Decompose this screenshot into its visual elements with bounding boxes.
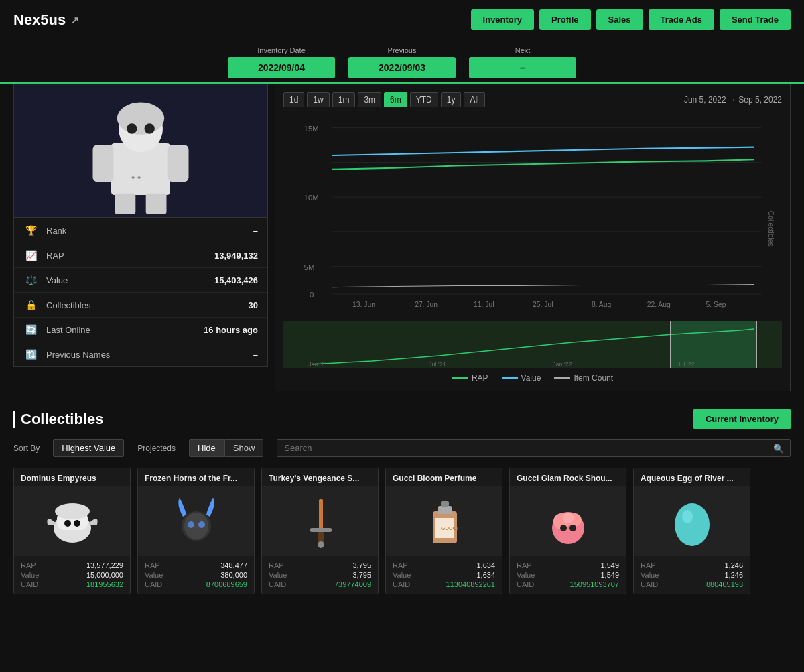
projected-hide-button[interactable]: Hide <box>189 439 224 457</box>
time-3m[interactable]: 3m <box>358 92 381 107</box>
mini-chart: Jan '21 Jul '21 Jan '22 Jul '22 <box>283 321 782 368</box>
svg-text:8. Aug: 8. Aug <box>592 301 612 308</box>
svg-point-61 <box>682 510 693 523</box>
svg-rect-8 <box>146 194 167 214</box>
next-date-label: Next <box>515 46 531 54</box>
collectibles-icon: 🔒 <box>23 299 38 310</box>
item-value: 1,634 <box>476 571 495 579</box>
svg-text:10M: 10M <box>304 194 319 202</box>
legend-value-line <box>502 377 518 379</box>
svg-text:Jul '22: Jul '22 <box>677 361 695 368</box>
projected-label: Projecteds <box>137 444 176 453</box>
last-online-icon: 🔄 <box>23 324 38 335</box>
avatar-box: ✦✦ <box>13 84 268 218</box>
item-image-area <box>138 486 254 556</box>
svg-point-59 <box>570 525 576 531</box>
time-1y[interactable]: 1y <box>441 92 462 107</box>
search-input[interactable] <box>277 439 791 457</box>
rank-icon: 🏆 <box>23 225 38 236</box>
legend-item-count: Item Count <box>554 373 613 383</box>
collectibles-section: Collectibles Current Inventory Sort By H… <box>0 398 804 601</box>
svg-text:5M: 5M <box>304 263 315 271</box>
search-box: 🔍 <box>277 439 791 457</box>
nav-inventory-button[interactable]: Inventory <box>471 9 535 30</box>
item-stats: RAP 13,577,229 Value 15,000,000 UAID 181… <box>14 556 130 594</box>
chart-legend: RAP Value Item Count <box>283 373 782 383</box>
item-image <box>290 491 350 551</box>
sort-value-button[interactable]: Highest Value <box>53 439 124 457</box>
header: Nex5us ↗ Inventory Profile Sales Trade A… <box>0 0 804 40</box>
nav-profile-button[interactable]: Profile <box>539 9 590 30</box>
item-image <box>166 491 226 551</box>
previous-names-row: 🔃 Previous Names – <box>14 342 267 366</box>
main-content: ✦✦ 🏆 Rank – 📈 RAP 13,949,132 ⚖️ Value 15… <box>0 82 804 398</box>
rap-label: RAP <box>46 251 206 261</box>
next-date-button[interactable]: – <box>469 57 576 78</box>
time-all[interactable]: All <box>464 92 484 107</box>
svg-rect-50 <box>438 506 452 514</box>
svg-point-4 <box>117 102 164 134</box>
nav-send-trade-button[interactable]: Send Trade <box>720 9 791 30</box>
nav-sales-button[interactable]: Sales <box>596 9 643 30</box>
item-image-area <box>262 486 378 556</box>
svg-text:GUCCI: GUCCI <box>441 525 458 531</box>
item-image-area: GUCCI <box>386 486 502 556</box>
time-6m[interactable]: 6m <box>384 92 407 107</box>
svg-text:Collectibles: Collectibles <box>767 211 775 247</box>
time-buttons: 1d 1w 1m 3m 6m YTD 1y All <box>283 92 485 107</box>
legend-value-label: Value <box>521 373 541 383</box>
collectibles-header: Collectibles Current Inventory <box>13 409 791 429</box>
avatar-image: ✦✦ <box>14 84 267 217</box>
svg-text:Jan '22: Jan '22 <box>553 361 572 368</box>
item-value: 380,000 <box>220 571 247 579</box>
list-item: Turkey's Vengeance S... RAP 3,795 <box>261 468 379 594</box>
time-ytd[interactable]: YTD <box>410 92 438 107</box>
inventory-date-button[interactable]: 2022/09/04 <box>228 57 335 78</box>
legend-item-count-label: Item Count <box>574 373 613 383</box>
value-value: 15,403,426 <box>214 275 258 285</box>
item-name: Gucci Bloom Perfume <box>386 468 502 486</box>
legend-item-count-line <box>554 377 570 379</box>
legend-rap: RAP <box>452 373 488 383</box>
time-1m[interactable]: 1m <box>332 92 356 107</box>
svg-rect-46 <box>310 528 332 532</box>
item-stats: RAP 1,549 Value 1,549 UAID 150951093707 <box>510 556 626 594</box>
svg-rect-31 <box>756 321 757 368</box>
chart-wrapper: 15M 10M 5M 0 13. Jun 27. Jun 11. Jul 25.… <box>283 114 782 317</box>
last-online-value: 16 hours ago <box>204 325 258 335</box>
item-value: 1,246 <box>724 571 743 579</box>
item-uaid: 181955632 <box>86 580 123 588</box>
time-1w[interactable]: 1w <box>307 92 329 107</box>
item-uaid: 739774009 <box>334 580 371 588</box>
item-rap: 13,577,229 <box>86 561 123 569</box>
sort-bar: Sort By Highest Value Projecteds Hide Sh… <box>13 439 791 457</box>
list-item: Aqueous Egg of River ... RAP 1,246 Value… <box>633 468 750 594</box>
last-online-row: 🔄 Last Online 16 hours ago <box>14 318 267 342</box>
search-icon: 🔍 <box>773 443 784 453</box>
rank-value: – <box>253 226 258 236</box>
item-rap: 1,246 <box>724 561 743 569</box>
projected-show-button[interactable]: Show <box>224 439 264 457</box>
chart-controls: 1d 1w 1m 3m 6m YTD 1y All Jun 5, 2022 → … <box>283 92 782 107</box>
item-uaid: 150951093707 <box>570 580 619 588</box>
item-uaid: 880405193 <box>706 580 743 588</box>
previous-date-button[interactable]: 2022/09/03 <box>348 57 456 78</box>
collectibles-row: 🔒 Collectibles 30 <box>14 293 267 318</box>
current-inventory-button[interactable]: Current Inventory <box>693 409 791 429</box>
svg-point-44 <box>198 521 205 528</box>
value-label: Value <box>46 275 206 285</box>
date-bar: Inventory Date 2022/09/04 Previous 2022/… <box>0 40 804 82</box>
item-stat-row: Value 15,000,000 <box>21 571 123 579</box>
list-item: Dominus Empyreus RAP 1 <box>13 468 131 594</box>
inventory-date-group: Inventory Date 2022/09/04 <box>228 46 335 78</box>
svg-point-43 <box>188 521 194 528</box>
nav-trade-ads-button[interactable]: Trade Ads <box>649 9 714 30</box>
svg-point-39 <box>64 520 71 527</box>
item-image-area <box>14 486 130 556</box>
time-1d[interactable]: 1d <box>283 92 304 107</box>
svg-point-42 <box>184 513 208 539</box>
right-panel: 1d 1w 1m 3m 6m YTD 1y All Jun 5, 2022 → … <box>275 84 791 391</box>
item-image <box>42 491 103 551</box>
item-name: Aqueous Egg of River ... <box>634 468 750 486</box>
item-image-area <box>634 486 750 556</box>
